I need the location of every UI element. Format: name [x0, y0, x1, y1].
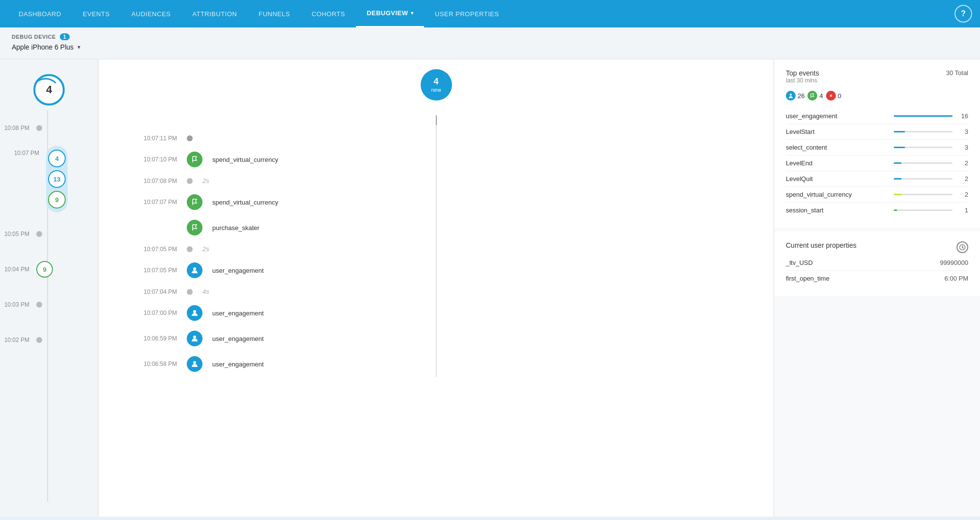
nav-user-properties[interactable]: USER PROPERTIES [424, 0, 510, 27]
event-bar [894, 194, 953, 195]
timeline-node: 9 [36, 261, 53, 278]
feed-top-bubble: 4 new [421, 69, 452, 101]
event-name: user_engagement [212, 361, 754, 368]
nav-attribution[interactable]: ATTRIBUTION [181, 0, 248, 27]
timeline-pill-9: 9 [48, 191, 66, 208]
event-time: 10:07:00 PM [118, 310, 177, 316]
event-bar-fill [894, 162, 902, 164]
user-properties-title: Current user properties [786, 241, 856, 249]
nav-dashboard[interactable]: DASHBOARD [8, 0, 72, 27]
svg-point-3 [193, 361, 196, 364]
feed-events: 10:07:11 PM 10:07:10 PM spend_virtual_cu… [99, 130, 774, 377]
event-list-count: 2 [958, 191, 968, 198]
prop-key: first_open_time [786, 275, 829, 282]
event-list-item[interactable]: session_start 1 [786, 203, 968, 218]
top-events-section: Top events last 30 mins 30 Total 26 [774, 59, 980, 228]
nav-events[interactable]: EVENTS [72, 0, 121, 27]
event-icon-flag [187, 220, 202, 235]
svg-point-2 [193, 336, 196, 338]
timeline-row-1003: 10:03 PM [0, 287, 98, 322]
event-list-item[interactable]: LevelEnd 2 [786, 156, 968, 171]
top-events-title: Top events [786, 69, 819, 77]
event-time: 10:06:58 PM [118, 361, 177, 367]
event-list-name: session_start [786, 207, 888, 214]
chip-dot-green [807, 91, 817, 101]
event-name-gap: 4s [202, 288, 754, 295]
event-bar [894, 147, 953, 148]
event-bar [894, 178, 953, 180]
feed-event-row: 10:07:05 PM user_engagement [99, 258, 774, 283]
feed-event-row: purchase_skater [99, 215, 774, 240]
help-button[interactable]: ? [955, 5, 972, 23]
event-bar-fill [894, 194, 902, 195]
debug-count-badge: 1 [60, 33, 70, 40]
svg-point-4 [790, 94, 792, 96]
feed-event-row: 10:07:11 PM [99, 130, 774, 147]
device-selector[interactable]: Apple iPhone 6 Plus ▾ [12, 43, 968, 51]
event-list-item[interactable]: spend_virtual_currency 2 [786, 187, 968, 203]
event-time: 10:07:05 PM [118, 267, 177, 274]
event-icon-gap [187, 246, 193, 252]
timeline-node [36, 302, 42, 308]
timeline-pill-green: 9 [36, 261, 53, 278]
event-list-item[interactable]: LevelStart 3 [786, 124, 968, 140]
event-icon-person [187, 305, 202, 321]
event-list-item[interactable]: user_engagement 16 [786, 108, 968, 124]
nav-audiences[interactable]: AUDIENCES [121, 0, 181, 27]
feed-event-row-gap: 10:07:08 PM 2s [99, 172, 774, 189]
event-name: user_engagement [212, 335, 754, 342]
prop-value: 6:00 PM [945, 275, 968, 282]
event-bar-fill [894, 178, 902, 180]
timeline-row-1005: 10:05 PM [0, 216, 98, 252]
count-chip-red: 0 [826, 91, 841, 101]
prop-row: _ltv_USD 99990000 [786, 255, 968, 271]
event-list-item[interactable]: LevelQuit 2 [786, 171, 968, 187]
count-chip-green: 4 [807, 91, 823, 101]
event-bar-fill [894, 147, 905, 148]
event-list-name: select_content [786, 144, 888, 151]
event-name-gap: 2s [202, 245, 754, 253]
timeline-time: 10:03 PM [0, 301, 29, 308]
center-feed: 4 new 10:07:11 PM 10:07:10 PM [98, 59, 774, 517]
event-icon-person [187, 331, 202, 346]
debug-device-label: DEBUG DEVICE [12, 34, 56, 40]
main-layout: 4 10:08 PM 10:07 PM 4 13 9 [0, 59, 980, 517]
timeline-node [36, 231, 42, 237]
timeline-time: 10:04 PM [0, 266, 29, 273]
event-list-name: LevelEnd [786, 159, 888, 167]
event-list-item[interactable]: select_content 3 [786, 140, 968, 156]
timeline-time-1007: 10:07 PM [10, 146, 39, 156]
event-icon-person [187, 262, 202, 278]
device-dropdown-arrow: ▾ [77, 44, 80, 51]
event-time: 10:07:07 PM [118, 199, 177, 206]
user-properties-section: Current user properties _ltv_USD 9999000… [774, 232, 980, 296]
event-icon-gap [187, 178, 193, 184]
event-list-name: LevelStart [786, 128, 888, 135]
top-events-subtitle: last 30 mins [786, 77, 819, 84]
feed-event-row: 10:07:00 PM user_engagement [99, 300, 774, 326]
timeline-dot [36, 337, 42, 343]
prop-value: 99990000 [940, 259, 968, 266]
event-icons-row: 26 4 0 [786, 91, 968, 101]
history-icon[interactable] [956, 241, 968, 253]
nav-cohorts[interactable]: COHORTS [301, 0, 356, 27]
nav-debugview[interactable]: DEBUGVIEW ▾ [356, 0, 424, 27]
event-bar [894, 209, 953, 211]
right-panel: Top events last 30 mins 30 Total 26 [774, 59, 980, 517]
event-list-name: spend_virtual_currency [786, 191, 888, 198]
event-name: user_engagement [212, 310, 754, 317]
prop-row: first_open_time 6:00 PM [786, 271, 968, 286]
nav-funnels[interactable]: FUNNELS [248, 0, 301, 27]
event-icon-dot [187, 135, 193, 141]
feed-event-row-gap: 10:07:05 PM 2s [99, 240, 774, 258]
event-icon-gap [187, 289, 193, 295]
prop-key: _ltv_USD [786, 259, 813, 266]
event-time: 10:07:10 PM [118, 156, 177, 163]
device-name: Apple iPhone 6 Plus [12, 43, 74, 51]
timeline-dot [36, 302, 42, 308]
event-bar-fill [894, 115, 953, 117]
event-name: spend_virtual_currency [212, 199, 754, 206]
event-list-count: 3 [958, 144, 968, 151]
timeline-row-1002: 10:02 PM [0, 322, 98, 358]
feed-event-row: 10:06:58 PM user_engagement [99, 351, 774, 377]
